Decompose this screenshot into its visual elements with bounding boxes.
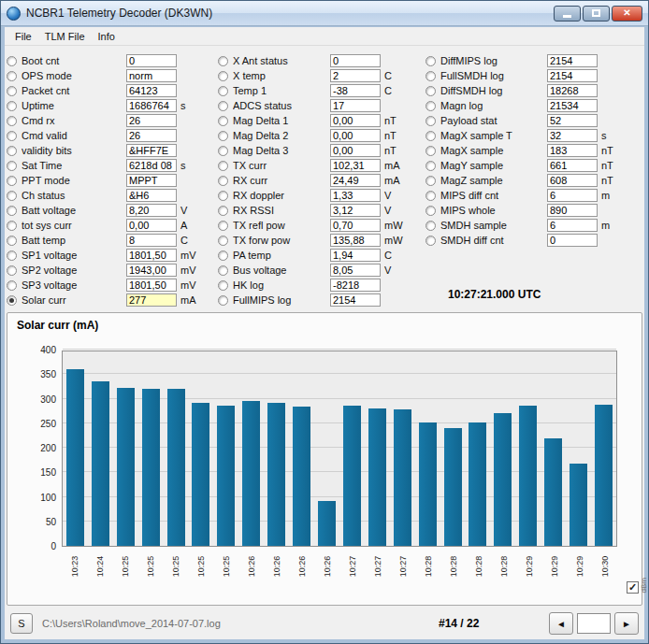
menu-file[interactable]: File: [8, 29, 38, 44]
minimize-button[interactable]: [554, 6, 581, 21]
maximize-button[interactable]: [583, 6, 610, 21]
log-button[interactable]: S: [10, 613, 33, 634]
value-boot-cnt[interactable]: 0: [126, 54, 177, 67]
radio-validity-bits[interactable]: [7, 146, 17, 156]
radio-tot-sys-curr[interactable]: [7, 221, 17, 231]
value-rx-curr[interactable]: 24,49: [330, 174, 381, 187]
value-rx-doppler[interactable]: 1,33: [330, 189, 381, 202]
value-magn-log[interactable]: 21534: [547, 99, 598, 112]
radio-temp-1[interactable]: [218, 86, 228, 96]
radio-hk-log[interactable]: [218, 280, 228, 291]
radio-batt-temp[interactable]: [7, 236, 17, 246]
value-smdh-sample[interactable]: 6: [547, 219, 598, 232]
radio-fullsmdh-log[interactable]: [425, 71, 436, 81]
value-sat-time[interactable]: 6218d 08: [126, 159, 177, 172]
radio-mips-whole[interactable]: [425, 206, 436, 216]
value-solar-curr[interactable]: 277: [126, 293, 177, 307]
radio-magn-log[interactable]: [425, 101, 436, 111]
value-magy-sample[interactable]: 661: [547, 159, 598, 172]
radio-sp3-voltage[interactable]: [7, 280, 17, 291]
chart-checkbox[interactable]: ✓: [627, 581, 639, 594]
prev-record-button[interactable]: ◄: [549, 612, 573, 635]
value-x-ant-status[interactable]: 0: [330, 54, 381, 67]
value-sp2-voltage[interactable]: 1943,00: [126, 264, 177, 277]
radio-magy-sample[interactable]: [425, 161, 436, 171]
radio-sp2-voltage[interactable]: [7, 265, 17, 276]
value-adcs-status[interactable]: 17: [330, 99, 381, 112]
value-magz-sample[interactable]: 608: [547, 174, 598, 187]
radio-ch-status[interactable]: [7, 191, 17, 201]
radio-ppt-mode[interactable]: [7, 176, 17, 186]
value-uptime[interactable]: 1686764: [126, 99, 177, 112]
radio-bus-voltage[interactable]: [218, 265, 228, 276]
radio-tx-refl-pow[interactable]: [218, 221, 228, 231]
value-mips-diff-cnt[interactable]: 6: [547, 189, 598, 202]
value-payload-stat[interactable]: 52: [547, 114, 598, 127]
radio-smdh-sample[interactable]: [425, 221, 436, 231]
radio-pa-temp[interactable]: [218, 250, 228, 261]
value-diffmips-log[interactable]: 2154: [547, 54, 598, 67]
radio-mag-delta-2[interactable]: [218, 131, 228, 141]
value-validity-bits[interactable]: &HFF7E: [126, 144, 177, 157]
radio-rx-rssi[interactable]: [218, 206, 228, 216]
radio-ops-mode[interactable]: [7, 71, 17, 81]
value-sp3-voltage[interactable]: 1801,50: [126, 279, 177, 292]
radio-sat-time[interactable]: [7, 161, 17, 171]
value-batt-voltage[interactable]: 8,20: [126, 204, 177, 217]
radio-rx-doppler[interactable]: [218, 191, 228, 201]
radio-fullmips-log[interactable]: [218, 295, 228, 306]
value-ppt-mode[interactable]: MPPT: [126, 174, 177, 187]
radio-smdh-diff-cnt[interactable]: [425, 236, 436, 246]
value-batt-temp[interactable]: 8: [126, 234, 177, 247]
record-index-box[interactable]: [577, 613, 611, 634]
radio-magx-sample-t[interactable]: [425, 131, 436, 141]
value-tx-curr[interactable]: 102,31: [330, 159, 381, 172]
value-diffsmdh-log[interactable]: 18268: [547, 84, 598, 97]
radio-magx-sample[interactable]: [425, 146, 436, 156]
value-tx-refl-pow[interactable]: 0,70: [330, 219, 381, 232]
value-tot-sys-curr[interactable]: 0,00: [126, 219, 177, 232]
value-magx-sample[interactable]: 183: [547, 144, 598, 157]
next-record-button[interactable]: ►: [614, 612, 639, 635]
value-temp-1[interactable]: -38: [330, 84, 381, 97]
value-sp1-voltage[interactable]: 1801,50: [126, 249, 177, 262]
radio-batt-voltage[interactable]: [7, 206, 17, 216]
radio-x-ant-status[interactable]: [218, 56, 228, 66]
value-smdh-diff-cnt[interactable]: 0: [547, 234, 598, 247]
radio-sp1-voltage[interactable]: [7, 250, 17, 261]
radio-diffmips-log[interactable]: [425, 56, 436, 66]
radio-cmd-rx[interactable]: [7, 116, 17, 126]
value-tx-forw-pow[interactable]: 135,88: [330, 234, 381, 247]
radio-cmd-valid[interactable]: [7, 131, 17, 141]
radio-solar-curr[interactable]: [7, 295, 17, 306]
radio-diffsmdh-log[interactable]: [425, 86, 436, 96]
value-magx-sample-t[interactable]: 32: [547, 129, 598, 142]
value-rx-rssi[interactable]: 3,12: [330, 204, 381, 217]
radio-payload-stat[interactable]: [425, 116, 436, 126]
value-mag-delta-1[interactable]: 0,00: [330, 114, 381, 127]
value-mag-delta-3[interactable]: 0,00: [330, 144, 381, 157]
value-packet-cnt[interactable]: 64123: [126, 84, 177, 97]
value-cmd-rx[interactable]: 26: [126, 114, 177, 127]
radio-boot-cnt[interactable]: [7, 56, 17, 66]
value-fullmips-log[interactable]: 2154: [330, 293, 381, 307]
value-ch-status[interactable]: &H6: [126, 189, 177, 202]
radio-tx-curr[interactable]: [218, 161, 228, 171]
radio-tx-forw-pow[interactable]: [218, 236, 228, 246]
menu-tlm-file[interactable]: TLM File: [38, 29, 92, 44]
value-x-temp[interactable]: 2: [330, 69, 381, 82]
value-fullsmdh-log[interactable]: 2154: [547, 69, 598, 82]
radio-adcs-status[interactable]: [218, 101, 228, 111]
radio-rx-curr[interactable]: [218, 176, 228, 186]
value-mag-delta-2[interactable]: 0,00: [330, 129, 381, 142]
value-pa-temp[interactable]: 1,94: [330, 249, 381, 262]
radio-magz-sample[interactable]: [425, 176, 436, 186]
radio-mag-delta-1[interactable]: [218, 116, 228, 126]
radio-mips-diff-cnt[interactable]: [425, 191, 436, 201]
value-cmd-valid[interactable]: 26: [126, 129, 177, 142]
value-bus-voltage[interactable]: 8,05: [330, 264, 381, 277]
radio-x-temp[interactable]: [218, 71, 228, 81]
radio-uptime[interactable]: [7, 101, 17, 111]
value-ops-mode[interactable]: norm: [126, 69, 177, 82]
value-mips-whole[interactable]: 890: [547, 204, 598, 217]
